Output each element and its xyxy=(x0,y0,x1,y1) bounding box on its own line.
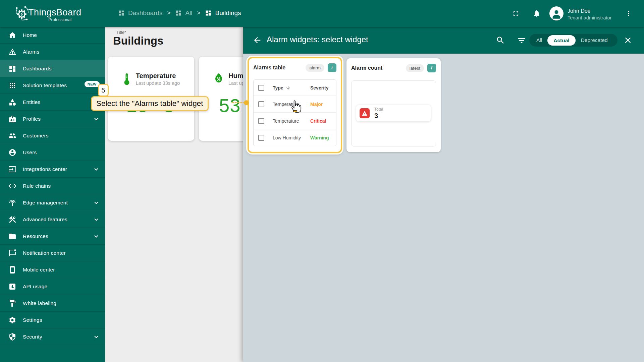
severity-column-header: Severity xyxy=(310,85,328,90)
new-badge: NEW xyxy=(85,81,100,87)
sidebar-item-profiles[interactable]: Profiles xyxy=(0,111,105,127)
alarm-total-card: Total 3 xyxy=(356,105,431,121)
select-all-checkbox[interactable] xyxy=(258,85,264,91)
smartphone-icon xyxy=(8,266,16,274)
widget-type-filter-group: All Actual Deprecated xyxy=(529,34,618,47)
back-arrow-button[interactable] xyxy=(253,36,262,45)
sidebar-item-label: Home xyxy=(23,32,37,38)
sidebar-nav: Home Alarms Dashboards Solution template… xyxy=(0,27,105,362)
widget-tag-chip: latest xyxy=(406,64,424,72)
breadcrumb-dashboards[interactable]: Dashboards xyxy=(118,9,162,17)
account-circle-icon xyxy=(8,148,16,157)
close-icon[interactable] xyxy=(623,36,633,45)
sidebar-item-home[interactable]: Home xyxy=(0,27,105,44)
onboarding-tooltip: Select the "Alarms table" widget xyxy=(91,96,209,111)
panel-title: Alarm widgets: select widget xyxy=(267,35,368,44)
chat-notification-icon xyxy=(8,249,16,257)
widget-title: Temperature xyxy=(136,72,180,80)
breadcrumb-separator: > xyxy=(167,10,170,16)
breadcrumb-all[interactable]: All xyxy=(175,9,192,17)
sidebar-item-entities[interactable]: Entities xyxy=(0,94,105,111)
sidebar-item-api-usage[interactable]: API usage xyxy=(0,278,105,295)
breadcrumb-buildings[interactable]: Buildings xyxy=(205,9,241,17)
brand-subtitle: Professional xyxy=(28,17,71,22)
widget-card-title: Alarm count xyxy=(351,65,406,71)
sidebar-item-security[interactable]: Security xyxy=(0,328,105,345)
filter-tab-all[interactable]: All xyxy=(531,37,547,43)
sidebar-item-rule-chains[interactable]: Rule chains xyxy=(0,178,105,194)
warning-icon xyxy=(8,48,16,56)
sidebar-item-customers[interactable]: Customers xyxy=(0,127,105,144)
row-checkbox[interactable] xyxy=(258,135,264,141)
apps-grid-icon xyxy=(8,81,16,89)
breadcrumb-label: All xyxy=(185,9,192,17)
alarm-count-preview: Total 3 xyxy=(351,80,436,146)
widget-card-alarm-count[interactable]: Alarm count latest i Total 3 xyxy=(346,58,441,152)
notifications-bell-button[interactable] xyxy=(533,9,541,17)
search-icon[interactable] xyxy=(496,36,505,45)
onboarding-step-badge: 5 xyxy=(98,84,109,97)
paint-roller-icon xyxy=(8,299,16,307)
sidebar-item-resources[interactable]: Resources xyxy=(0,228,105,245)
brand-name: ThingsBoard xyxy=(28,7,82,18)
widget-subtitle: Last update 33s ago xyxy=(136,80,180,86)
sidebar-item-label: Edge management xyxy=(23,200,68,206)
user-avatar[interactable] xyxy=(549,6,564,20)
sidebar-item-white-labeling[interactable]: White labeling xyxy=(0,295,105,312)
user-name: John Doe xyxy=(568,8,591,14)
total-label: Total xyxy=(374,107,383,112)
chevron-down-icon xyxy=(93,199,100,206)
filter-icon[interactable] xyxy=(517,36,526,45)
sidebar-item-advanced-features[interactable]: Advanced features xyxy=(0,211,105,228)
more-menu-button[interactable] xyxy=(625,9,633,17)
sidebar-item-label: Advanced features xyxy=(23,217,67,223)
breadcrumb-label: Dashboards xyxy=(128,9,162,17)
sidebar-item-integrations-center[interactable]: Integrations center xyxy=(0,161,105,178)
sidebar-item-dashboards[interactable]: Dashboards xyxy=(0,60,105,77)
total-value: 3 xyxy=(374,112,383,120)
sidebar-item-mobile-center[interactable]: Mobile center xyxy=(0,261,105,278)
table-header-row: Type Severity xyxy=(254,80,336,96)
table-row[interactable]: Low Humidity Warning xyxy=(254,129,336,146)
sidebar-item-label: Entities xyxy=(23,99,40,105)
sidebar-item-alarms[interactable]: Alarms xyxy=(0,44,105,60)
sidebar-item-label: Customers xyxy=(23,133,49,139)
info-button[interactable]: i xyxy=(328,63,336,72)
rule-chain-icon xyxy=(8,182,16,190)
row-checkbox[interactable] xyxy=(258,101,264,107)
chevron-down-icon xyxy=(93,334,100,340)
fullscreen-button[interactable] xyxy=(512,10,520,18)
filter-tab-deprecated[interactable]: Deprecated xyxy=(576,37,613,43)
top-header-bar: ThingsBoard Professional Dashboards > Al… xyxy=(0,0,644,27)
user-role: Tenant administrator xyxy=(568,15,611,20)
dashboard-title[interactable]: Buildings xyxy=(113,35,163,47)
humidity-drop-icon xyxy=(214,73,224,85)
thingsboard-app: ThingsBoard Professional Dashboards > Al… xyxy=(0,0,644,362)
sidebar-item-label: Dashboards xyxy=(23,66,52,72)
sidebar-item-label: API usage xyxy=(23,284,47,290)
sidebar-item-label: Integrations center xyxy=(23,166,67,172)
info-button[interactable]: i xyxy=(427,64,436,72)
sidebar-item-edge-management[interactable]: Edge management xyxy=(0,194,105,211)
dashboard-icon xyxy=(175,10,182,16)
tooltip-connector-line xyxy=(232,102,245,103)
alarm-severity: Warning xyxy=(310,135,329,140)
widget-tag-chip: alarm xyxy=(306,64,324,72)
dashboard-title-field-label: Title* xyxy=(116,30,126,35)
thermometer-icon xyxy=(122,73,131,85)
sort-arrow-down-icon[interactable] xyxy=(285,85,291,90)
widget-card-title: Alarms table xyxy=(253,65,306,71)
sidebar-item-label: Solution templates xyxy=(23,82,67,88)
filter-tab-actual[interactable]: Actual xyxy=(547,35,575,46)
row-checkbox[interactable] xyxy=(258,118,264,124)
sidebar-item-users[interactable]: Users xyxy=(0,144,105,161)
entities-shapes-icon xyxy=(8,98,16,106)
sidebar-item-label: Rule chains xyxy=(23,183,51,189)
sidebar-item-notification-center[interactable]: Notification center xyxy=(0,245,105,261)
alarm-type: Temperature xyxy=(273,118,299,124)
sidebar-item-label: Settings xyxy=(23,317,42,323)
sidebar-item-settings[interactable]: Settings xyxy=(0,312,105,328)
sidebar-item-solution-templates[interactable]: Solution templates NEW xyxy=(0,77,105,94)
thingsboard-logo-icon xyxy=(15,5,29,21)
panel-header: Alarm widgets: select widget All Actual … xyxy=(243,27,644,54)
